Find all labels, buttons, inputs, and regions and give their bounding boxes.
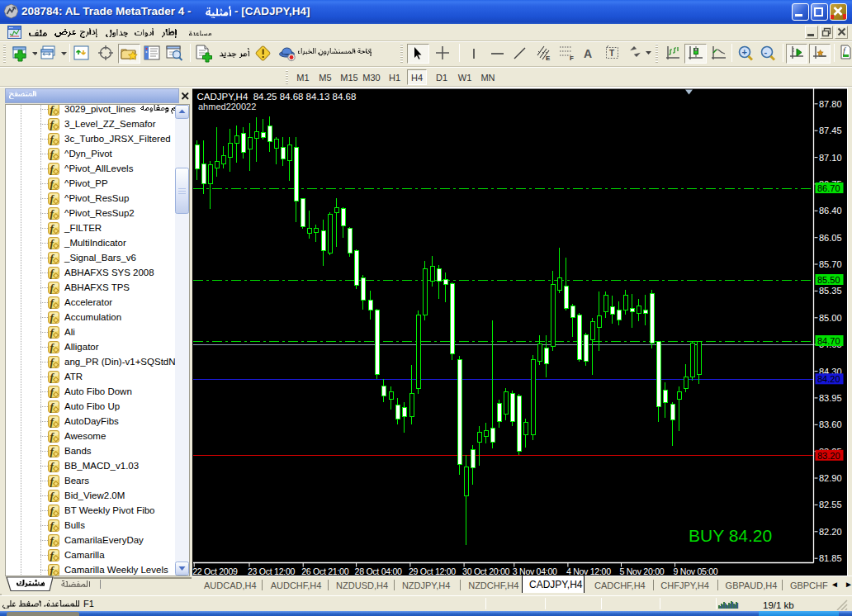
svg-text:81.85: 81.85 — [819, 553, 842, 563]
svg-text:84.70: 84.70 — [817, 336, 840, 346]
svg-text:82.55: 82.55 — [819, 500, 842, 509]
svg-text:86.70: 86.70 — [817, 183, 840, 193]
svg-text:83.20: 83.20 — [817, 451, 840, 461]
svg-text:86.40: 86.40 — [819, 206, 842, 216]
svg-text:82.90: 82.90 — [819, 473, 842, 483]
svg-text:87.80: 87.80 — [819, 99, 842, 109]
svg-text:87.45: 87.45 — [819, 126, 842, 135]
svg-text:84.20: 84.20 — [817, 374, 840, 384]
svg-text:87.10: 87.10 — [819, 153, 842, 163]
svg-text:28 Oct 04:00: 28 Oct 04:00 — [355, 566, 402, 576]
svg-text:+: + — [742, 47, 747, 57]
svg-text:83.95: 83.95 — [819, 393, 842, 403]
svg-text:T: T — [609, 49, 614, 58]
svg-text:82.20: 82.20 — [819, 527, 842, 537]
svg-text:22 Oct 2009: 22 Oct 2009 — [192, 566, 238, 576]
svg-text:5 Nov 20:00: 5 Nov 20:00 — [620, 566, 665, 576]
svg-text:-: - — [764, 47, 768, 57]
svg-text:CADJPY,H4 84.25 84.68 84.13 8: CADJPY,H4 84.25 84.68 84.13 84.68 — [197, 92, 357, 102]
svg-text:F: F — [570, 54, 574, 62]
svg-text:83.60: 83.60 — [819, 419, 842, 429]
svg-text:ahmed220022: ahmed220022 — [198, 102, 256, 111]
svg-text:30 Oct 20:00: 30 Oct 20:00 — [462, 566, 509, 576]
svg-text:86.05: 86.05 — [819, 233, 842, 243]
svg-text:9 Nov 05:00: 9 Nov 05:00 — [674, 566, 718, 576]
svg-text:85.00: 85.00 — [819, 313, 842, 323]
svg-text:85.50: 85.50 — [817, 275, 840, 285]
svg-text:29 Oct 12:00: 29 Oct 12:00 — [409, 566, 456, 576]
svg-text:23 Oct 12:00: 23 Oct 12:00 — [248, 566, 295, 576]
svg-text:85.35: 85.35 — [819, 286, 842, 296]
svg-text:26 Oct 21:00: 26 Oct 21:00 — [301, 566, 348, 576]
svg-text:BUY 84.20: BUY 84.20 — [689, 526, 772, 545]
svg-text:85.70: 85.70 — [819, 259, 842, 269]
svg-text:E: E — [546, 54, 551, 62]
